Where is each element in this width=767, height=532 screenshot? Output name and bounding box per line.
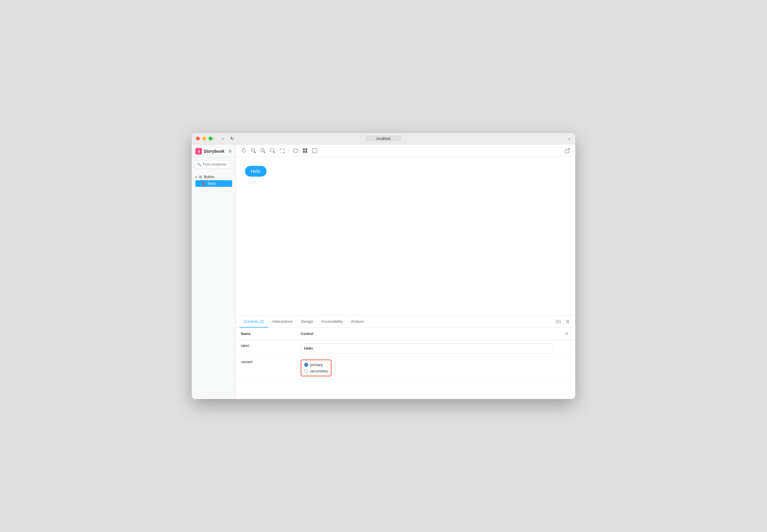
tab-actions[interactable]: Actions xyxy=(347,316,368,328)
table-row: label xyxy=(236,340,575,357)
logo: S Storybook xyxy=(196,148,224,155)
controls-data-table: Name Control ↺ xyxy=(236,328,575,380)
toolbar-right xyxy=(563,146,571,155)
chevron-down-icon: ▾ xyxy=(196,175,197,179)
reload-icon xyxy=(242,148,246,153)
variant-secondary-radio[interactable] xyxy=(304,369,308,373)
zoom-in-icon xyxy=(261,148,265,153)
outline-button[interactable] xyxy=(311,146,319,155)
col-control-header: Control xyxy=(296,328,558,340)
variant-primary-option[interactable]: primary xyxy=(304,363,328,367)
close-button[interactable] xyxy=(196,137,200,140)
search-shortcut: / xyxy=(228,162,232,167)
logo-text: Storybook xyxy=(204,149,224,154)
label-row-reset xyxy=(558,340,575,357)
zoom-out-button[interactable] xyxy=(249,146,258,155)
table-row: variant primary xyxy=(236,357,575,380)
tab-accessibility[interactable]: Accessibility xyxy=(317,316,347,328)
tab-interactions[interactable]: Interactions xyxy=(268,316,297,328)
variant-primary-radio[interactable] xyxy=(304,363,308,367)
app-window: ← → ↻ localhost ⤢ S Storybook ⚙ 🔍 xyxy=(192,133,575,399)
zoom-out-icon xyxy=(251,148,256,153)
panel-tab-actions xyxy=(554,318,571,325)
story-label: Basic xyxy=(208,181,216,186)
viewport-button[interactable] xyxy=(291,146,300,155)
variant-row-reset xyxy=(558,357,575,380)
variant-row-name: variant xyxy=(236,357,296,380)
preview-area: Hello xyxy=(236,157,575,315)
search-input[interactable] xyxy=(203,162,227,166)
search-icon: 🔍 xyxy=(197,162,201,166)
tree-group-button: ▾ ⊞ Button 🔖 Basic xyxy=(192,173,236,188)
close-panel-button[interactable] xyxy=(564,318,571,325)
tab-design[interactable]: Design xyxy=(297,316,317,328)
component-icon: ⊞ xyxy=(198,175,203,179)
sidebar: S Storybook ⚙ 🔍 / ▾ ⊞ Button xyxy=(192,144,236,399)
nav-controls: ← → ↻ xyxy=(210,135,235,142)
tree-group-label[interactable]: ▾ ⊞ Button xyxy=(194,174,233,180)
url-bar[interactable]: localhost xyxy=(366,136,401,142)
preview-hello-button[interactable]: Hello xyxy=(245,166,267,177)
story-icon: 🔖 xyxy=(202,182,206,186)
variant-secondary-option[interactable]: secondary xyxy=(304,369,328,373)
refresh-button[interactable]: ↻ xyxy=(229,135,235,142)
main-area: Hello Controls (2) Interactions Design xyxy=(236,144,575,399)
fullscreen-icon xyxy=(280,148,285,153)
zoom-in-button[interactable] xyxy=(259,146,267,155)
tab-controls[interactable]: Controls (2) xyxy=(240,316,268,328)
bottom-panel: Controls (2) Interactions Design Accessi… xyxy=(236,315,575,399)
minimize-button[interactable] xyxy=(202,137,206,140)
fullscreen-button[interactable] xyxy=(278,146,286,155)
split-icon xyxy=(556,319,560,324)
search-bar[interactable]: 🔍 / xyxy=(194,160,233,169)
col-name-header: Name xyxy=(236,328,296,340)
reset-all-button[interactable]: ↺ xyxy=(563,330,570,338)
toolbar xyxy=(236,144,575,157)
sidebar-tree: ▾ ⊞ Button 🔖 Basic xyxy=(192,172,236,189)
variant-row-control: primary secondary xyxy=(296,357,558,380)
split-panel-button[interactable] xyxy=(554,318,562,325)
zoom-reset-button[interactable] xyxy=(268,146,277,155)
sidebar-item-basic[interactable]: 🔖 Basic xyxy=(196,180,232,187)
label-text-input[interactable] xyxy=(301,343,553,353)
external-link-icon: ⤢ xyxy=(567,136,571,141)
app-body: S Storybook ⚙ 🔍 / ▾ ⊞ Button xyxy=(192,144,575,399)
variant-radio-group: primary secondary xyxy=(301,360,331,376)
external-icon xyxy=(565,148,570,153)
panel-tabs: Controls (2) Interactions Design Accessi… xyxy=(236,316,575,328)
group-name: Button xyxy=(204,175,215,179)
outline-icon xyxy=(312,148,317,153)
gear-icon[interactable]: ⚙ xyxy=(228,149,232,154)
col-reset-header: ↺ xyxy=(558,328,575,340)
sidebar-header: S Storybook ⚙ xyxy=(192,144,236,157)
label-row-control xyxy=(296,340,558,357)
close-icon xyxy=(566,319,570,324)
toolbar-divider xyxy=(289,148,289,154)
label-row-name: label xyxy=(236,340,296,357)
open-new-tab-button[interactable] xyxy=(563,146,571,155)
zoom-reset-icon xyxy=(270,148,275,153)
titlebar: ← → ↻ localhost ⤢ xyxy=(192,133,575,144)
viewport-icon xyxy=(293,148,298,153)
controls-table: Name Control ↺ xyxy=(236,328,575,399)
reload-button[interactable] xyxy=(240,146,248,155)
logo-icon: S xyxy=(196,148,202,155)
forward-button[interactable]: → xyxy=(219,135,227,142)
grid-icon xyxy=(303,148,308,153)
back-button[interactable]: ← xyxy=(210,135,217,142)
grid-button[interactable] xyxy=(301,146,309,155)
